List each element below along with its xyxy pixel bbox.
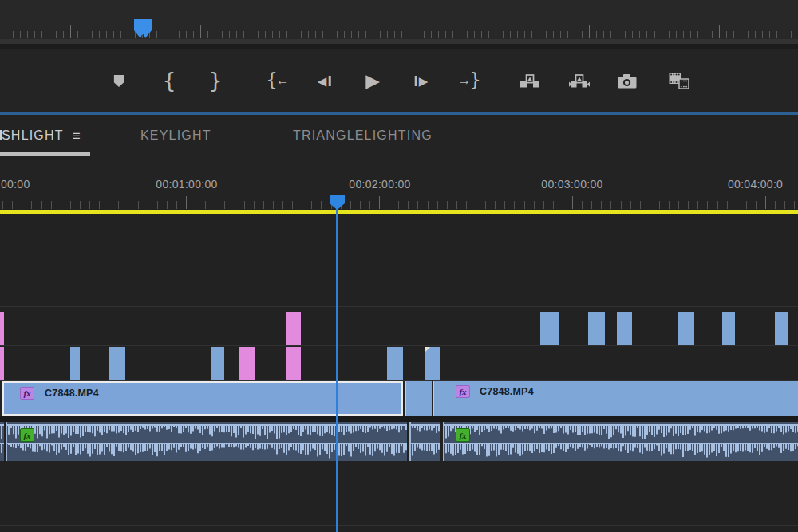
tab-menu-icon[interactable]: ≡ bbox=[73, 129, 81, 143]
ruler-tick bbox=[437, 201, 438, 209]
ruler-tick bbox=[618, 31, 618, 38]
ruler-tick bbox=[591, 201, 592, 209]
video-track-mid-clip[interactable] bbox=[387, 347, 403, 380]
ruler-tick bbox=[80, 201, 81, 209]
ruler-tick bbox=[164, 31, 164, 38]
ruler-tick bbox=[6, 31, 6, 38]
video-clip[interactable]: fxC7848.MP4 bbox=[2, 381, 403, 416]
ruler-tick bbox=[741, 31, 741, 38]
play-icon[interactable]: ▶ bbox=[365, 49, 380, 112]
video-clip[interactable] bbox=[405, 381, 432, 416]
video-track-upper-clip[interactable] bbox=[588, 312, 605, 345]
ruler-tick bbox=[769, 31, 770, 38]
video-track-mid-clip[interactable] bbox=[211, 347, 224, 380]
ruler-tick bbox=[22, 201, 22, 209]
step-back-icon[interactable]: ◀ bbox=[318, 49, 333, 112]
ruler-tick bbox=[49, 31, 49, 38]
ruler-tick bbox=[572, 196, 573, 209]
ruler-tick bbox=[496, 31, 496, 38]
video-track-mid-clip[interactable] bbox=[286, 347, 301, 380]
ruler-tick bbox=[531, 31, 532, 38]
ruler-tick bbox=[553, 31, 554, 38]
extract-icon[interactable] bbox=[569, 49, 591, 112]
ruler-tick bbox=[417, 31, 417, 38]
video-track-upper-clip[interactable] bbox=[286, 312, 301, 345]
video-track-mid-clip[interactable] bbox=[70, 347, 80, 380]
audio-clip[interactable]: fx bbox=[6, 422, 407, 461]
mark-in-icon[interactable]: { bbox=[162, 49, 176, 112]
ruler-tick bbox=[534, 201, 535, 209]
fx-badge: fx bbox=[20, 428, 34, 442]
video-clip[interactable]: fxC7848.MP4 bbox=[433, 381, 798, 416]
ruler-tick bbox=[272, 31, 273, 38]
ruler-tick bbox=[650, 201, 650, 209]
go-to-in-icon[interactable]: {← bbox=[266, 49, 288, 112]
tab-shlight[interactable]: SHLIGHT≡ bbox=[2, 115, 81, 156]
ruler-tick bbox=[215, 31, 215, 38]
timeline-time-ruler[interactable]: 00:0000:01:00:0000:02:00:0000:03:00:0000… bbox=[0, 160, 798, 210]
ruler-tick bbox=[625, 31, 626, 38]
ruler-tick bbox=[517, 31, 518, 38]
ruler-tick bbox=[92, 31, 93, 38]
video-track-mid-clip[interactable] bbox=[109, 347, 125, 380]
ruler-tick bbox=[596, 31, 597, 38]
tab-trianglelighting[interactable]: TRIANGLELIGHTING bbox=[293, 115, 433, 156]
go-to-out-icon[interactable]: →} bbox=[459, 49, 481, 112]
timecode-label: 00:02:00:00 bbox=[349, 178, 410, 191]
ruler-tick bbox=[474, 31, 475, 38]
ruler-tick bbox=[337, 31, 338, 38]
export-frame-icon[interactable] bbox=[618, 49, 637, 112]
ruler-tick bbox=[467, 31, 468, 38]
ruler-tick bbox=[20, 31, 21, 38]
ruler-tick bbox=[99, 31, 100, 38]
video-track-mid-clip[interactable] bbox=[0, 347, 4, 380]
panel-divider bbox=[0, 44, 798, 49]
ruler-tick bbox=[236, 31, 237, 38]
video-track-upper-clip[interactable] bbox=[617, 312, 632, 345]
ruler-tick bbox=[575, 31, 575, 38]
ruler-tick bbox=[582, 201, 583, 209]
ruler-tick bbox=[379, 196, 380, 209]
step-forward-icon[interactable]: ▶ bbox=[413, 49, 429, 112]
tab-keylight[interactable]: KEYLIGHT bbox=[140, 115, 211, 156]
ruler-tick bbox=[539, 31, 539, 38]
video-track-upper-clip[interactable] bbox=[722, 312, 735, 345]
audio-clip[interactable] bbox=[0, 422, 4, 461]
video-track-upper-clip[interactable] bbox=[775, 312, 788, 345]
monitor-time-ruler[interactable] bbox=[0, 0, 798, 39]
ruler-tick bbox=[207, 31, 208, 38]
ruler-tick bbox=[456, 201, 457, 209]
ruler-tick bbox=[621, 201, 622, 209]
video-track-upper-clip[interactable] bbox=[0, 312, 4, 345]
audio-clip[interactable] bbox=[409, 422, 440, 461]
ruler-tick bbox=[659, 201, 660, 209]
ruler-tick bbox=[235, 201, 235, 209]
mark-out-icon[interactable]: } bbox=[208, 49, 222, 112]
video-track-upper-clip[interactable] bbox=[678, 312, 694, 345]
lift-icon[interactable] bbox=[520, 49, 540, 112]
ruler-tick bbox=[196, 201, 196, 209]
audio-clip[interactable]: fx bbox=[443, 422, 798, 461]
ruler-tick bbox=[640, 201, 641, 209]
add-marker-icon[interactable] bbox=[114, 49, 124, 112]
ruler-tick bbox=[179, 31, 180, 38]
ruler-tick bbox=[567, 31, 568, 38]
ruler-tick bbox=[244, 201, 245, 209]
ruler-tick bbox=[428, 201, 429, 209]
ruler-tick bbox=[726, 31, 727, 38]
video-track-mid-clip[interactable] bbox=[425, 347, 440, 380]
ruler-tick bbox=[431, 31, 432, 38]
ruler-tick bbox=[351, 31, 352, 38]
video-track-mid-clip[interactable] bbox=[239, 347, 255, 380]
playhead-line[interactable] bbox=[336, 209, 338, 532]
ruler-tick bbox=[128, 31, 128, 38]
video-track-upper-clip[interactable] bbox=[540, 312, 559, 345]
ruler-tick bbox=[120, 31, 121, 38]
monitor-transport-toolbar: {}{←◀▶▶→} bbox=[0, 49, 798, 112]
ruler-tick bbox=[438, 31, 439, 38]
ruler-tick bbox=[128, 201, 128, 209]
ruler-tick bbox=[476, 201, 476, 209]
ruler-tick bbox=[546, 31, 547, 38]
comparison-view-icon[interactable] bbox=[669, 49, 690, 112]
ruler-tick bbox=[756, 201, 757, 209]
